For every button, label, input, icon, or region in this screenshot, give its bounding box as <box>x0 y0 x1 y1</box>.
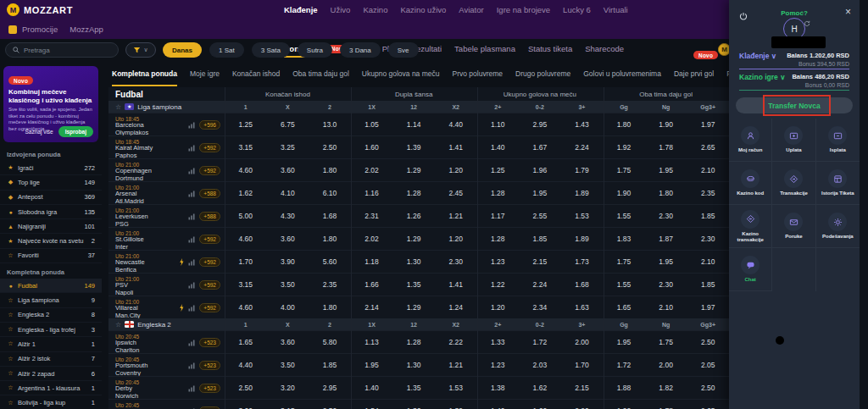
sidebar-league-item[interactable]: ☆ Alžir 1 1 <box>0 337 102 351</box>
match-info[interactable]: Uto 20:45 Derby Norwich <box>108 377 225 399</box>
odds-cell[interactable]: 13.0 <box>309 120 351 129</box>
odds-cell[interactable]: 2.14 <box>351 303 393 312</box>
odds-cell[interactable]: 1.05 <box>351 120 393 129</box>
odds-cell[interactable]: 1.80 <box>309 166 351 174</box>
odds-cell[interactable]: 1.85 <box>519 235 561 243</box>
odds-cell[interactable]: 1.90 <box>603 189 645 197</box>
odds-cell[interactable]: 1.72 <box>519 338 561 346</box>
odds-cell[interactable]: 1.96 <box>519 166 561 174</box>
filter-button[interactable]: ∨ <box>125 42 156 58</box>
odds-cell[interactable]: 6.10 <box>309 189 351 197</box>
extra-markets-count-badge[interactable]: +592 <box>199 235 220 244</box>
odds-cell[interactable]: 1.92 <box>603 143 645 152</box>
odds-cell[interactable]: 1.85 <box>309 361 351 369</box>
odds-cell[interactable]: 1.28 <box>392 189 435 197</box>
odds-cell[interactable]: 1.13 <box>351 338 393 346</box>
chat-button[interactable]: Chat <box>729 248 772 291</box>
casino-wallet-toggle[interactable]: Kazino igre ∨ <box>739 73 785 88</box>
odds-cell[interactable]: 2.24 <box>519 280 561 289</box>
favorite-star-icon[interactable]: ☆ <box>115 321 121 329</box>
time-filter-chip[interactable]: Sutra <box>298 42 332 58</box>
extra-markets-count-badge[interactable]: +523 <box>199 384 220 393</box>
odds-cell[interactable]: 1.17 <box>476 212 519 220</box>
odds-cell[interactable]: 1.21 <box>435 212 477 220</box>
match-info[interactable]: Uto 20:45 Preston <box>108 400 225 409</box>
market-tab[interactable]: Konačan ishod <box>232 69 280 86</box>
odds-cell[interactable]: 1.55 <box>603 280 645 289</box>
odds-cell[interactable]: 1.85 <box>687 280 729 289</box>
time-filter-chip[interactable]: Danas <box>163 42 202 58</box>
sidebar-league-item[interactable]: ☆ Engleska - liga trofej 3 <box>0 323 102 337</box>
sidebar-league-item[interactable]: ☆ Argentina 1 - klausura 1 <box>0 381 102 395</box>
nav-mozzapp[interactable]: MozzApp <box>70 25 103 34</box>
search-input[interactable]: Pretraga <box>5 42 119 58</box>
odds-cell[interactable]: 1.14 <box>392 120 435 129</box>
odds-cell[interactable]: 1.67 <box>519 143 561 152</box>
time-filter-chip[interactable]: Sve <box>388 42 419 58</box>
odds-cell[interactable]: 1.78 <box>645 143 687 152</box>
settings-button[interactable]: Podešavanja <box>816 205 860 248</box>
odds-cell[interactable]: 1.10 <box>476 120 519 129</box>
match-info[interactable]: Uto 20:45 Portsmouth Coventry <box>108 354 225 376</box>
promo-learn-more-link[interactable]: Saznaj više <box>25 129 53 135</box>
odds-cell[interactable]: 1.33 <box>476 338 519 346</box>
extra-markets-count-badge[interactable]: +592 <box>199 257 220 267</box>
odds-cell[interactable]: 2.22 <box>435 338 477 346</box>
odds-cell[interactable]: 1.88 <box>603 384 645 392</box>
match-info[interactable]: Uto 21:00 Newcastle Benfica <box>108 251 225 273</box>
odds-cell[interactable]: 1.65 <box>225 338 267 346</box>
odds-cell[interactable]: 1.95 <box>645 257 687 266</box>
odds-cell[interactable]: 2.00 <box>645 361 687 369</box>
extra-markets-count-badge[interactable]: +592 <box>199 303 220 312</box>
league-name[interactable]: Engleska 2 <box>137 321 171 329</box>
odds-cell[interactable]: 1.97 <box>687 303 729 312</box>
odds-cell[interactable]: 1.79 <box>561 166 604 174</box>
messages-button[interactable]: Poruke <box>772 205 815 248</box>
odds-cell[interactable]: 1.87 <box>645 235 687 243</box>
deposit-button[interactable]: Uplata <box>772 119 815 162</box>
odds-cell[interactable]: 1.39 <box>392 143 435 152</box>
ticket-history-button[interactable]: Istorija Tiketa <box>816 162 860 205</box>
odds-cell[interactable]: 3.15 <box>225 143 267 152</box>
odds-cell[interactable]: 1.20 <box>435 166 477 174</box>
odds-cell[interactable]: 3.50 <box>267 280 309 289</box>
odds-cell[interactable]: 4.00 <box>267 303 309 312</box>
odds-cell[interactable]: 2.02 <box>351 235 393 243</box>
odds-cell[interactable]: 1.26 <box>392 212 435 220</box>
odds-cell[interactable]: 2.10 <box>687 166 729 174</box>
odds-cell[interactable]: 4.60 <box>225 166 267 174</box>
odds-cell[interactable]: 5.00 <box>225 212 267 220</box>
odds-cell[interactable]: 1.29 <box>392 166 435 174</box>
match-info[interactable]: Uto 20:45 Ipswich Charlton <box>108 331 225 353</box>
odds-cell[interactable]: 2.15 <box>519 257 561 266</box>
nav-virtuali[interactable]: Virtuali <box>604 5 628 14</box>
odds-cell[interactable]: 1.30 <box>392 257 435 266</box>
odds-cell[interactable]: 6.75 <box>267 120 309 129</box>
odds-cell[interactable]: 1.41 <box>435 280 477 289</box>
odds-cell[interactable]: 1.29 <box>392 235 435 243</box>
sidebar-league-item[interactable]: ☆ Alžir 2 zapad 6 <box>0 367 102 381</box>
withdraw-button[interactable]: Isplata <box>816 119 860 162</box>
sidebar-item[interactable]: ★ Igrači 272 <box>0 161 102 175</box>
odds-cell[interactable]: 1.95 <box>351 361 393 369</box>
odds-cell[interactable]: 1.53 <box>561 212 604 220</box>
odds-cell[interactable]: 4.60 <box>225 235 267 243</box>
odds-cell[interactable]: 1.97 <box>687 120 729 129</box>
odds-cell[interactable]: 1.35 <box>392 280 435 289</box>
odds-cell[interactable]: 2.50 <box>687 338 729 346</box>
odds-cell[interactable]: 2.95 <box>309 384 351 392</box>
odds-cell[interactable]: 1.28 <box>476 189 519 197</box>
nav-uzivo[interactable]: Uživo <box>331 5 351 14</box>
odds-cell[interactable]: 2.50 <box>225 384 267 392</box>
odds-cell[interactable]: 1.89 <box>561 189 604 197</box>
nav-kladjenje[interactable]: Klađenje <box>284 5 318 14</box>
brand[interactable]: M MOZZART <box>0 3 73 16</box>
odds-cell[interactable]: 4.10 <box>267 189 309 197</box>
match-info[interactable]: Uto 21:00 Arsenal Atl.Madrid <box>108 182 225 204</box>
nav-status-tiketa[interactable]: Status tiketa <box>528 44 572 53</box>
odds-cell[interactable]: 2.30 <box>435 257 477 266</box>
odds-cell[interactable]: 2.10 <box>645 303 687 312</box>
odds-cell[interactable]: 1.38 <box>476 384 519 392</box>
odds-cell[interactable]: 3.90 <box>267 257 309 266</box>
close-icon[interactable]: × <box>845 6 851 18</box>
